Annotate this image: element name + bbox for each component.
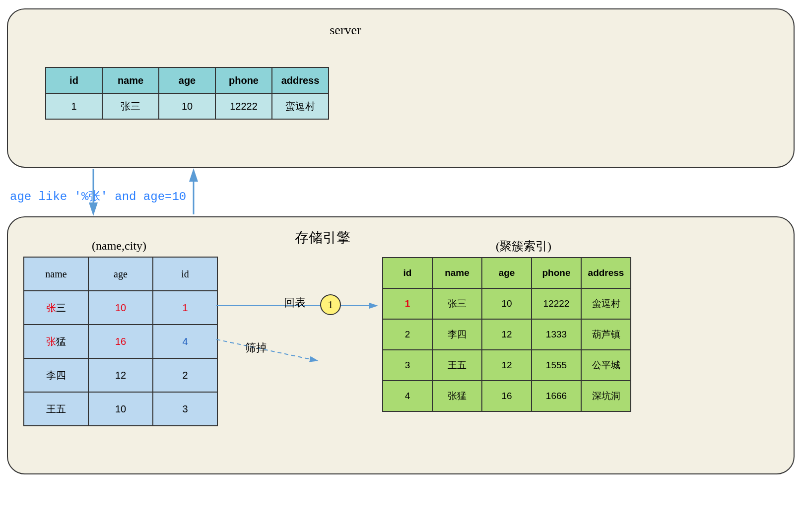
cell: 2	[383, 319, 432, 350]
arrow-filter-icon	[216, 335, 326, 365]
cell: 王五	[24, 392, 88, 426]
cell: 1555	[532, 350, 581, 381]
cell: 16	[88, 325, 153, 358]
secondary-index-table: name age id 张三 10 1 张猛 16 4 李四 12 2 王五 1…	[23, 257, 218, 426]
table-row: 李四 12 2	[24, 358, 217, 392]
table-header-row: id name age phone address	[383, 258, 631, 288]
cell: 4	[153, 325, 217, 358]
cell: 葫芦镇	[581, 319, 631, 350]
col-id: id	[46, 67, 102, 93]
table-row: 4 张猛 16 1666 深坑洞	[383, 381, 631, 411]
table-row: 王五 10 3	[24, 392, 217, 426]
cell: 王五	[432, 350, 482, 381]
cell: 12222	[215, 93, 272, 119]
cell: 2	[153, 358, 217, 392]
table-header-row: name age id	[24, 257, 217, 291]
server-result-table: id name age phone address 1 张三 10 12222 …	[45, 67, 329, 120]
filter-label: 筛掉	[245, 340, 267, 355]
cell: 10	[88, 291, 153, 325]
secondary-index-label: (name,city)	[69, 239, 169, 253]
cell: 10	[88, 392, 153, 426]
cell: 12	[482, 350, 532, 381]
cell: 12222	[532, 288, 581, 319]
cell: 张猛	[432, 381, 482, 411]
col-age: age	[482, 258, 532, 288]
step-circle: 1	[320, 294, 341, 315]
col-age: age	[159, 67, 215, 93]
col-address: address	[581, 258, 631, 288]
cell: 16	[482, 381, 532, 411]
col-name: name	[432, 258, 482, 288]
cell: 4	[383, 381, 432, 411]
table-row: 1 张三 10 12222 蛮逗村	[383, 288, 631, 319]
table-row: 1 张三 10 12222 蛮逗村	[46, 93, 329, 119]
cell: 1666	[532, 381, 581, 411]
col-name: name	[102, 67, 159, 93]
col-id: id	[153, 257, 217, 291]
cell: 李四	[432, 319, 482, 350]
cell: 蛮逗村	[581, 288, 631, 319]
cell: 深坑洞	[581, 381, 631, 411]
table-row: 张三 10 1	[24, 291, 217, 325]
arrow-down-icon	[88, 169, 103, 218]
table-row: 张猛 16 4	[24, 325, 217, 358]
cell: 张三	[432, 288, 482, 319]
col-address: address	[272, 67, 329, 93]
cell: 1333	[532, 319, 581, 350]
cell: 3	[153, 392, 217, 426]
cell: 10	[482, 288, 532, 319]
cell: 1	[153, 291, 217, 325]
cell: 公平城	[581, 350, 631, 381]
cell: 蛮逗村	[272, 93, 329, 119]
cell: 张猛	[24, 325, 88, 358]
col-id: id	[383, 258, 432, 288]
arrow-up-icon	[189, 169, 203, 218]
server-title: server	[316, 23, 375, 38]
cell: 12	[88, 358, 153, 392]
col-phone: phone	[532, 258, 581, 288]
cell: 12	[482, 319, 532, 350]
lookup-label: 回表	[284, 295, 306, 310]
col-name: name	[24, 257, 88, 291]
table-row: 3 王五 12 1555 公平城	[383, 350, 631, 381]
cell: 1	[383, 288, 432, 319]
cell: 李四	[24, 358, 88, 392]
cell: 张三	[24, 291, 88, 325]
clustered-index-label: (聚簇索引)	[474, 238, 573, 254]
cell: 1	[46, 93, 102, 119]
cell: 张三	[102, 93, 159, 119]
cell: 3	[383, 350, 432, 381]
table-header-row: id name age phone address	[46, 67, 329, 93]
col-phone: phone	[215, 67, 272, 93]
clustered-index-table: id name age phone address 1 张三 10 12222 …	[382, 257, 631, 412]
col-age: age	[88, 257, 153, 291]
engine-title: 存储引擎	[283, 228, 362, 247]
cell: 10	[159, 93, 215, 119]
table-row: 2 李四 12 1333 葫芦镇	[383, 319, 631, 350]
